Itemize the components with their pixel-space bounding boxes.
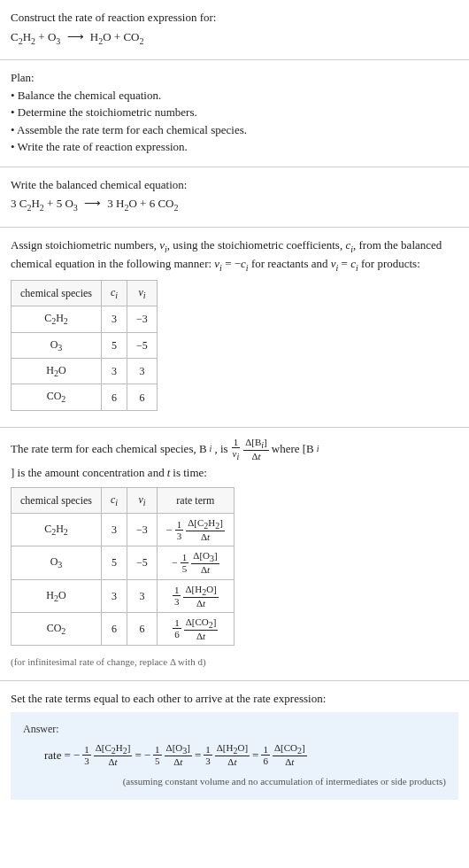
balanced-section: Write the balanced chemical equation: 3 … [0,167,469,228]
vi-cell: 6 [127,612,158,645]
text-fragment: The rate term for each chemical species,… [11,440,207,458]
rate-cell: −15 Δ[O3]Δt [157,546,234,579]
vi-cell: −3 [127,306,158,332]
plan-item: Determine the stoichiometric numbers. [11,104,458,121]
stoich-section: Assign stoichiometric numbers, νi, using… [0,228,469,428]
species-cell: O3 [12,332,102,358]
fraction: Δ[Bi] Δt [243,437,269,461]
plan-heading: Plan: [11,69,458,87]
stoich-table: chemical species ci νi C2H2 3 −3 O3 5 −5… [11,280,158,411]
rate-cell: −13 Δ[C2H2]Δt [157,514,234,546]
table-header-row: chemical species ci νi rate term [12,487,234,513]
plan-list: Balance the chemical equation. Determine… [11,87,458,156]
rateterm-text: The rate term for each chemical species,… [11,437,458,482]
equals-sign: = [252,747,258,764]
table-row: C2H2 3 −3 [12,306,158,332]
species-cell: O3 [12,546,102,579]
vi-cell: 3 [127,579,158,612]
ci-cell: 6 [101,384,127,410]
col-ci: ci [101,280,127,306]
intro-prompt: Construct the rate of reaction expressio… [11,9,458,27]
table-row: O35−5−15 Δ[O3]Δt [12,546,234,579]
rate-term: 16 Δ[CO2]Δt [261,742,306,767]
rate-cell: 16 Δ[CO2]Δt [157,612,234,645]
plan-item: Write the rate of reaction expression. [11,138,458,156]
species-cell: H2O [12,359,102,384]
text-fragment: t [167,464,171,482]
fraction-den: νi [231,448,242,461]
col-rate: rate term [157,487,234,513]
rateterm-footnote: (for infinitesimal rate of change, repla… [11,651,458,670]
species-cell: CO2 [12,612,102,645]
rate-term: −15 Δ[O3]Δt [144,742,192,767]
equals-sign: = [64,747,70,764]
rate-term: −13 Δ[C2H2]Δt [73,742,133,767]
species-cell: C2H2 [12,514,102,546]
fraction-num: 1 [232,437,241,448]
ci-cell: 3 [101,514,127,546]
rate-term: 13 Δ[H2O]Δt [204,742,250,767]
text-fragment: where [B [272,440,314,458]
col-ci: ci [101,487,127,513]
ci-cell: 5 [101,332,127,358]
table-row: H2O 3 3 [12,359,158,384]
answer-equation: rate = −13 Δ[C2H2]Δt = −15 Δ[O3]Δt = 13 … [23,742,446,767]
vi-cell: −3 [127,514,158,546]
ci-cell: 6 [101,612,127,645]
answer-assumption: (assuming constant volume and no accumul… [23,767,446,789]
intro-section: Construct the rate of reaction expressio… [0,0,469,60]
col-vi: νi [127,487,158,513]
text-fragment: , is [214,440,227,458]
answer-box: Answer: rate = −13 Δ[C2H2]Δt = −15 Δ[O3]… [11,712,458,800]
vi-cell: −5 [127,546,158,579]
table-row: O3 5 −5 [12,332,158,358]
ci-cell: 5 [101,546,127,579]
table-header-row: chemical species ci νi [12,280,158,306]
species-cell: H2O [12,579,102,612]
table-row: C2H23−3−13 Δ[C2H2]Δt [12,514,234,546]
ci-cell: 3 [101,359,127,384]
ci-cell: 3 [101,579,127,612]
species-cell: C2H2 [12,306,102,332]
equals-sign: = [195,747,201,764]
rate-label: rate [44,747,61,764]
final-section: Set the rate terms equal to each other t… [0,681,469,810]
plan-section: Plan: Balance the chemical equation. Det… [0,60,469,167]
vi-cell: −5 [127,332,158,358]
balanced-heading: Write the balanced chemical equation: [11,176,458,194]
rateterm-section: The rate term for each chemical species,… [0,428,469,681]
table-row: CO2 6 6 [12,384,158,410]
final-heading: Set the rate terms equal to each other t… [11,690,458,708]
answer-label: Answer: [23,721,446,737]
col-vi: νi [127,280,158,306]
plan-item: Balance the chemical equation. [11,87,458,105]
col-species: chemical species [12,280,102,306]
fraction: 1 νi [231,437,242,461]
fraction-den: Δt [250,451,262,461]
rate-cell: 13 Δ[H2O]Δt [157,579,234,612]
equals-sign: = [135,747,141,764]
fraction-num: Δ[Bi] [243,437,269,451]
balanced-equation: 3 C2H2 + 5 O3 ⟶ 3 H2O + 6 CO2 [11,193,458,216]
plan-item: Assemble the rate term for each chemical… [11,121,458,139]
stoich-text: Assign stoichiometric numbers, νi, using… [11,236,458,275]
vi-cell: 6 [127,384,158,410]
table-row: H2O3313 Δ[H2O]Δt [12,579,234,612]
intro-equation: C2H2 + O3 ⟶ H2O + CO2 [11,27,458,50]
col-species: chemical species [12,487,102,513]
text-fragment: ] is the amount concentration and [11,464,165,482]
rateterm-table: chemical species ci νi rate term C2H23−3… [11,487,234,647]
text-fragment: is time: [173,464,207,482]
table-row: CO26616 Δ[CO2]Δt [12,612,234,645]
ci-cell: 3 [101,306,127,332]
species-cell: CO2 [12,384,102,410]
vi-cell: 3 [127,359,158,384]
